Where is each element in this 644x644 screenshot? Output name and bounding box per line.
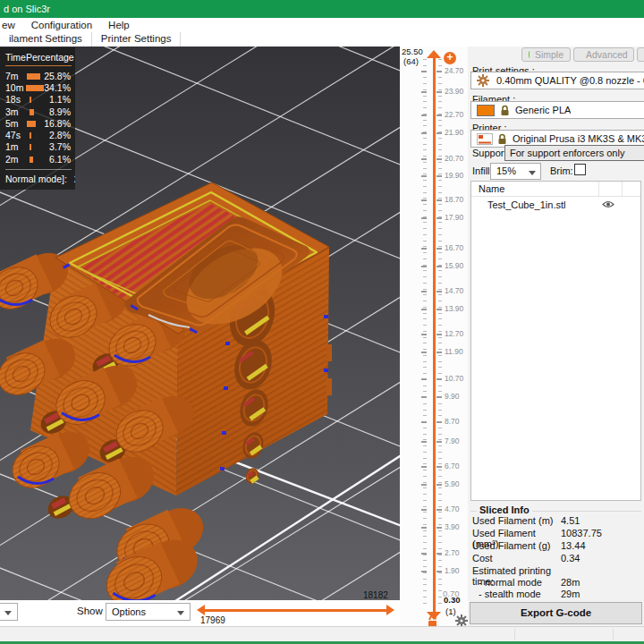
export-gcode-button[interactable]: Export G-code bbox=[470, 602, 642, 624]
layer-tick-label: 21.90 bbox=[445, 128, 463, 137]
right-sidebar: Simple Advanced Expert Print settings : … bbox=[468, 47, 644, 626]
status-bar bbox=[0, 626, 644, 641]
print-settings-combo[interactable]: 0.40mm QUALITY @0.8 nozzle - Custom (mod… bbox=[470, 72, 644, 89]
legend-bar bbox=[30, 132, 31, 139]
show-options-combo[interactable]: Options bbox=[106, 603, 191, 621]
legend-header-percentage: Percentage bbox=[26, 52, 74, 63]
column-divider bbox=[598, 182, 599, 197]
legend-row: 47s2.8% bbox=[5, 129, 72, 140]
moves-slider-track[interactable] bbox=[204, 609, 387, 612]
layer-tick-label: 12.70 bbox=[445, 329, 463, 338]
layer-tick-label: 11.90 bbox=[445, 347, 463, 356]
view-mode-combo-cropped[interactable] bbox=[0, 603, 18, 621]
lock-icon bbox=[497, 133, 507, 145]
bottom-toolbar: Show Options 17969 bbox=[0, 600, 400, 626]
layer-tick-label: 10.70 bbox=[445, 374, 463, 383]
layer-tick-label: 3.90 bbox=[445, 522, 460, 531]
legend-row: 18s1.1% bbox=[5, 94, 72, 106]
sliced-info-row: Used Filament (g)13.44 bbox=[472, 540, 640, 551]
layer-tick-label: 2.70 bbox=[445, 548, 460, 557]
chevron-down-icon bbox=[529, 171, 536, 175]
tab-bar: ilament Settings Printer Settings bbox=[0, 32, 644, 47]
layer-tick-label: 20.70 bbox=[445, 154, 463, 163]
menu-item-configuration[interactable]: Configuration bbox=[23, 18, 100, 32]
legend-header-time: Time bbox=[5, 52, 26, 63]
printer-value: Original Prusa i3 MK3S & MK3S+ 0.8 nozzl… bbox=[513, 133, 644, 144]
tab-filament-settings[interactable]: ilament Settings bbox=[0, 32, 92, 47]
layer-tick-label: 24.70 bbox=[445, 66, 463, 75]
layer-tick-label: 6.70 bbox=[445, 462, 460, 470]
legend-bar bbox=[30, 157, 33, 163]
legend-footer-label: Normal mode]: bbox=[5, 174, 67, 184]
layer-tick-label: 14.70 bbox=[445, 286, 463, 295]
print-settings-value: 0.40mm QUALITY @0.8 nozzle - Custom (mod… bbox=[496, 75, 644, 86]
title-bar[interactable]: d on Slic3r bbox=[0, 0, 644, 18]
brim-label: Brim: bbox=[550, 165, 573, 176]
sliced-info-row: Cost0.34 bbox=[472, 553, 640, 564]
layer-slider[interactable]: 25.50 (64) + 24.7023.9022.7021.9020.7019… bbox=[400, 47, 468, 626]
layer-tick-label: 5.90 bbox=[445, 479, 460, 488]
mode-label: Simple bbox=[535, 49, 564, 60]
supports-value: For support enforcers only bbox=[510, 148, 624, 158]
feature-time-legend: Time Percentage 7m25.8%10m34.1%18s1.1%3m… bbox=[0, 47, 75, 190]
legend-row: 1m3.7% bbox=[5, 141, 72, 153]
layer-tick-label: 7.90 bbox=[445, 436, 460, 445]
menu-item-help[interactable]: Help bbox=[100, 18, 138, 32]
legend-bar bbox=[27, 73, 40, 80]
mode-button-expert[interactable]: Expert bbox=[637, 47, 644, 62]
legend-row: 3m8.9% bbox=[5, 106, 72, 117]
chevron-down-icon bbox=[177, 611, 184, 615]
menu-bar: ew Configuration Help bbox=[0, 18, 644, 32]
infill-combo[interactable]: 15% bbox=[490, 163, 541, 180]
layer-slider-bottom-value: 0.30 bbox=[444, 595, 461, 605]
layer-tick-label: 16.70 bbox=[445, 243, 463, 252]
supports-combo[interactable]: For support enforcers only bbox=[504, 145, 644, 161]
legend-row: 10m34.1% bbox=[5, 81, 72, 93]
object-list-header: Name bbox=[471, 182, 640, 197]
show-options-value: Options bbox=[112, 606, 146, 617]
mode-button-simple[interactable]: Simple bbox=[521, 47, 571, 62]
sliced-info-title: Sliced Info bbox=[477, 504, 532, 515]
sliced-info-row: - stealth mode29m bbox=[472, 589, 640, 599]
filament-combo[interactable]: Generic PLA bbox=[470, 101, 644, 119]
eye-visibility-icon[interactable] bbox=[602, 199, 614, 209]
layer-tick-label: 22.70 bbox=[445, 110, 463, 119]
layer-tick-label: 4.70 bbox=[445, 504, 460, 513]
mode-button-advanced[interactable]: Advanced bbox=[573, 47, 634, 62]
object-list[interactable]: Name Test_Cube_1in.stl bbox=[470, 181, 641, 501]
layer-tick-label: 15.90 bbox=[445, 261, 463, 270]
column-divider bbox=[622, 182, 623, 197]
legend-footer-value: 28m bbox=[74, 174, 75, 184]
slider-settings-gear-icon[interactable] bbox=[455, 614, 468, 627]
filament-value: Generic PLA bbox=[515, 105, 571, 115]
layer-slider-ticks: 24.7023.9022.7021.9020.7019.9018.7017.90… bbox=[400, 47, 468, 626]
object-list-row[interactable]: Test_Cube_1in.stl bbox=[471, 197, 640, 213]
status-divider bbox=[613, 629, 614, 640]
layer-tick-label: 19.90 bbox=[445, 171, 463, 180]
legend-bar bbox=[30, 144, 31, 150]
moves-slider-right-handle[interactable] bbox=[386, 605, 394, 615]
sliced-model-test-cube[interactable] bbox=[0, 182, 332, 600]
simple-mode-dot-icon bbox=[529, 51, 530, 58]
filament-color-swatch bbox=[477, 105, 495, 116]
menu-item-view[interactable]: ew bbox=[0, 18, 23, 32]
3d-viewport[interactable]: Time Percentage 7m25.8%10m34.1%18s1.1%3m… bbox=[0, 47, 400, 600]
object-name: Test_Cube_1in.stl bbox=[487, 199, 565, 210]
tab-printer-settings[interactable]: Printer Settings bbox=[92, 32, 182, 47]
brim-checkbox[interactable] bbox=[574, 164, 586, 175]
printer-icon bbox=[477, 133, 493, 145]
print-settings-gear-icon bbox=[477, 74, 489, 87]
layer-tick-label: 9.90 bbox=[445, 392, 460, 401]
layer-tick-label: 8.70 bbox=[445, 417, 460, 426]
h-slider-max-label: 18182 bbox=[363, 590, 388, 600]
lock-icon bbox=[500, 105, 510, 116]
sliced-info-row: - normal mode28m bbox=[472, 577, 640, 588]
layer-tick-label: 13.90 bbox=[445, 304, 463, 313]
legend-bar bbox=[27, 121, 36, 127]
status-divider bbox=[514, 629, 515, 640]
legend-bar bbox=[30, 97, 31, 103]
right-edge-tab bbox=[326, 344, 332, 361]
show-label: Show bbox=[77, 606, 103, 616]
layer-slider-bottom-index: (1) bbox=[445, 606, 456, 616]
object-list-header-name: Name bbox=[479, 183, 504, 194]
